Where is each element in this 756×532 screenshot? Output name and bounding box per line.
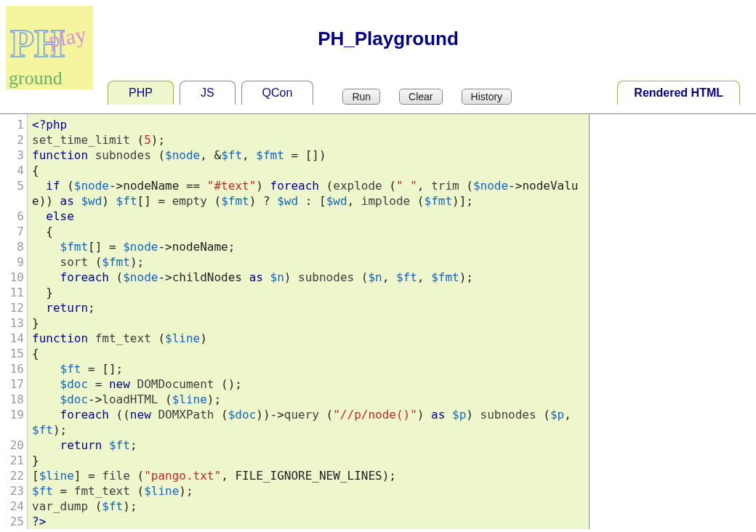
page-title: PH_Playground xyxy=(20,28,756,50)
run-button[interactable]: Run xyxy=(342,89,380,105)
code-editor[interactable]: 1234567891011121314151617181920212223242… xyxy=(0,114,589,529)
tab-php[interactable]: PHP xyxy=(108,81,174,105)
line-gutter: 1234567891011121314151617181920212223242… xyxy=(0,114,28,529)
tab-rendered-html[interactable]: Rendered HTML xyxy=(617,81,740,105)
code-content[interactable]: <?phpset_time_limit (5);function subnode… xyxy=(28,114,589,529)
tab-qcon[interactable]: QCon xyxy=(241,81,314,105)
history-button[interactable]: History xyxy=(462,89,512,105)
rendered-html-pane xyxy=(589,114,756,529)
tab-js[interactable]: JS xyxy=(180,81,236,105)
clear-button[interactable]: Clear xyxy=(399,89,442,105)
logo: PH play ground xyxy=(6,6,93,89)
